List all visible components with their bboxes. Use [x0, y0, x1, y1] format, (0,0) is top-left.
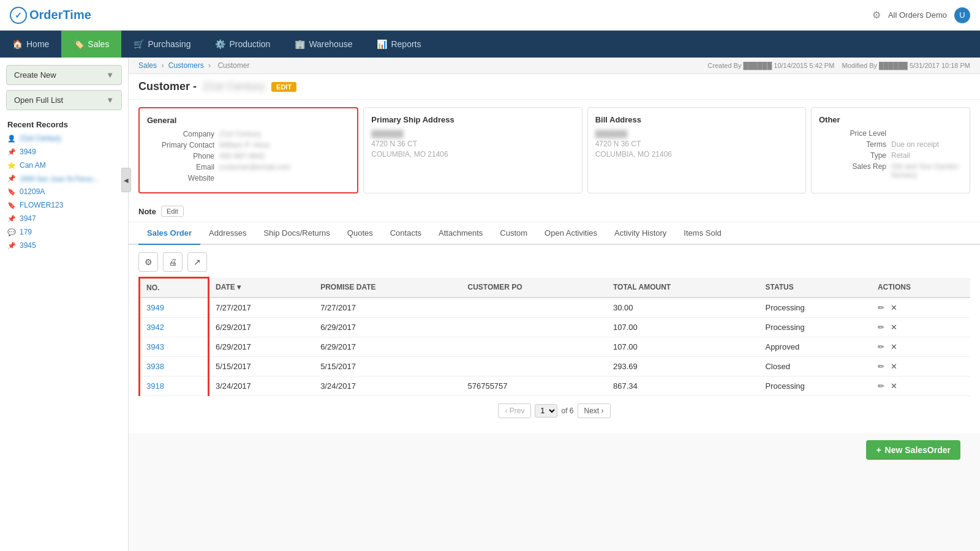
row-no-1[interactable]: 3949: [140, 298, 209, 318]
tab-addresses[interactable]: Addresses: [200, 222, 255, 245]
row-no-2[interactable]: 3942: [140, 318, 209, 337]
logo-icon: ✓: [10, 7, 27, 24]
row-total-3: 107.00: [607, 337, 760, 357]
reports-icon: 📊: [377, 39, 387, 49]
export-button[interactable]: ↗: [187, 252, 207, 272]
general-company-row: Company 21st Century: [147, 130, 350, 138]
record-tag-icon-6: 🔖: [7, 201, 16, 209]
sidebar-record-3[interactable]: ⭐ Can AM: [0, 159, 128, 172]
tab-ship-docs[interactable]: Ship Docs/Returns: [255, 222, 338, 245]
other-panel-title: Other: [819, 115, 962, 124]
col-date[interactable]: DATE ▾: [208, 278, 314, 298]
row-total-2: 107.00: [607, 318, 760, 337]
delete-action-5[interactable]: ✕: [891, 381, 897, 391]
gear-icon[interactable]: ⚙: [872, 9, 881, 21]
open-full-list-button[interactable]: Open Full List ▼: [6, 90, 122, 110]
bill-line-2: 4720 N 36 CT: [595, 140, 798, 148]
page-select[interactable]: 1 2 3 4 5 6: [535, 404, 557, 418]
sidebar-record-8[interactable]: 💬 179: [0, 225, 128, 239]
record-person-icon: 👤: [7, 135, 16, 143]
note-edit-button[interactable]: Edit: [161, 206, 184, 217]
bill-line-3: COLUMBIA, MO 21406: [595, 150, 798, 159]
tab-open-activities[interactable]: Open Activities: [536, 222, 606, 245]
table-row: 3918 3/24/2017 3/24/2017 576755757 867.3…: [140, 377, 971, 396]
tab-attachments[interactable]: Attachments: [430, 222, 491, 245]
row-no-3[interactable]: 3943: [140, 337, 209, 357]
tab-activity-history[interactable]: Activity History: [606, 222, 675, 245]
meta-info: Created By ██████ 10/14/2015 5:42 PM Mod…: [707, 62, 970, 69]
delete-action-1[interactable]: ✕: [891, 303, 897, 312]
breadcrumb-sales[interactable]: Sales: [138, 61, 157, 70]
sidebar-record-2[interactable]: 📌 3949: [0, 145, 128, 159]
edit-badge-button[interactable]: EDIT: [271, 82, 296, 92]
sidebar-record-1[interactable]: 👤 21st Century: [0, 132, 128, 145]
table-header: NO. DATE ▾ PROMISE DATE CUSTOMER PO TOTA…: [140, 278, 971, 298]
other-type-value: Retail: [891, 151, 910, 160]
nav-purchasing[interactable]: 🛒 Purchasing: [121, 31, 203, 58]
breadcrumb-bar: Sales › Customers › Customer Created By …: [129, 58, 980, 74]
logo: ✓ OrderTime: [10, 7, 91, 24]
record-label-8: 179: [20, 228, 32, 236]
bill-address-panel-title: Bill Address: [595, 115, 798, 124]
nav-sales[interactable]: 🏷️ Sales: [61, 31, 121, 58]
sales-icon: 🏷️: [74, 39, 84, 49]
tab-items-sold[interactable]: Items Sold: [675, 222, 729, 245]
other-terms-row: Terms Due on receipt: [819, 140, 962, 149]
page-of-label: of 6: [561, 407, 573, 415]
sidebar-record-4[interactable]: 📌 1800 San Juan St Parso...: [0, 172, 128, 185]
tab-sales-order[interactable]: Sales Order: [138, 222, 200, 245]
sales-order-table: NO. DATE ▾ PROMISE DATE CUSTOMER PO TOTA…: [138, 277, 970, 396]
delete-action-4[interactable]: ✕: [891, 362, 897, 371]
row-status-1: Processing: [759, 298, 871, 318]
print-button[interactable]: 🖨: [163, 252, 183, 272]
general-panel-title: General: [147, 116, 350, 125]
edit-action-4[interactable]: ✏: [878, 362, 884, 371]
created-by: Created By ██████ 10/14/2015 5:42 PM: [707, 62, 834, 69]
row-status-3: Approved: [759, 337, 871, 357]
bill-address-panel: Bill Address ▓▓▓▓▓▓ 4720 N 36 CT COLUMBI…: [587, 107, 806, 193]
row-no-5[interactable]: 3918: [140, 377, 209, 396]
sidebar-record-7[interactable]: 📌 3947: [0, 212, 128, 225]
warehouse-icon: 🏢: [295, 39, 305, 49]
record-pin-icon-2: 📌: [7, 148, 16, 156]
table-toolbar: ⚙ 🖨 ↗: [138, 252, 970, 272]
nav-reports[interactable]: 📊 Reports: [364, 31, 433, 58]
bottom-area: + New SalesOrder: [129, 433, 980, 472]
breadcrumb-customers[interactable]: Customers: [168, 61, 204, 70]
new-sales-order-button[interactable]: + New SalesOrder: [866, 440, 960, 460]
customer-header: Customer - 21st Century EDIT: [129, 74, 980, 100]
nav-home[interactable]: 🏠 Home: [0, 31, 61, 58]
tab-custom[interactable]: Custom: [491, 222, 536, 245]
sidebar-collapse-arrow[interactable]: ◀: [121, 168, 131, 192]
tab-quotes[interactable]: Quotes: [339, 222, 382, 245]
breadcrumb-sep-1: ›: [161, 61, 165, 70]
prev-button[interactable]: ‹ Prev: [498, 403, 531, 418]
edit-action-1[interactable]: ✏: [878, 303, 884, 312]
sidebar-record-6[interactable]: 🔖 FLOWER123: [0, 198, 128, 212]
nav-home-label: Home: [26, 39, 49, 49]
top-right: ⚙ All Orders Demo U: [872, 7, 970, 23]
main-nav: 🏠 Home 🏷️ Sales 🛒 Purchasing ⚙️ Producti…: [0, 31, 980, 58]
record-label-9: 3945: [20, 241, 36, 250]
delete-action-2[interactable]: ✕: [891, 323, 897, 332]
nav-warehouse[interactable]: 🏢 Warehouse: [282, 31, 364, 58]
next-button[interactable]: Next ›: [578, 403, 611, 418]
delete-action-3[interactable]: ✕: [891, 342, 897, 351]
sidebar-record-9[interactable]: 📌 3945: [0, 239, 128, 252]
nav-production[interactable]: ⚙️ Production: [203, 31, 282, 58]
create-new-button[interactable]: Create New ▼: [6, 65, 122, 85]
row-actions-4: ✏ ✕: [872, 357, 970, 377]
row-no-4[interactable]: 3938: [140, 357, 209, 377]
tab-contacts[interactable]: Contacts: [382, 222, 430, 245]
edit-action-3[interactable]: ✏: [878, 342, 884, 351]
other-type-label: Type: [819, 151, 886, 160]
tabs-bar: Sales Order Addresses Ship Docs/Returns …: [129, 222, 980, 245]
general-email-value: customer@email.com: [219, 163, 290, 171]
settings-button[interactable]: ⚙: [138, 252, 158, 272]
edit-action-5[interactable]: ✏: [878, 381, 884, 391]
record-pin-icon-7: 📌: [7, 215, 16, 223]
edit-action-2[interactable]: ✏: [878, 323, 884, 332]
customer-name: 21st Century: [203, 80, 265, 93]
user-avatar[interactable]: U: [954, 7, 970, 23]
sidebar-record-5[interactable]: 🔖 01209A: [0, 185, 128, 198]
